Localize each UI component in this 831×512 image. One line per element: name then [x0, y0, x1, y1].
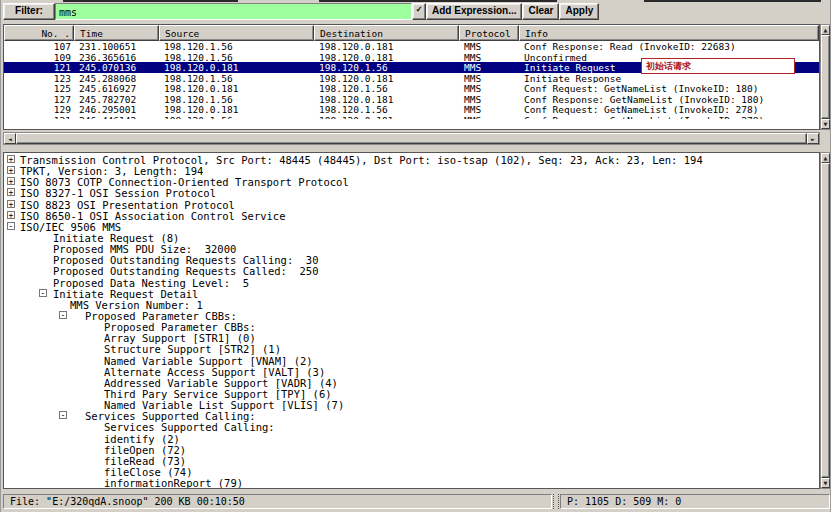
detail-line[interactable]: Third Pary Service Support [TPY] (6)	[4, 388, 819, 399]
packet-list-header: No. .TimeSourceDestinationProtocolInfo	[4, 25, 819, 41]
cell-destination: 198.120.1.56	[314, 62, 459, 73]
cell-no: 131	[4, 115, 74, 120]
status-bar: File: "E:/320qdA.snoop" 200 KB 00:10:50 …	[3, 494, 830, 509]
expand-icon[interactable]: +	[7, 211, 15, 219]
cell-protocol: MMS	[459, 73, 519, 84]
detail-line[interactable]: MMS Version Number: 1	[4, 299, 819, 310]
column-header-no[interactable]: No. .	[4, 25, 74, 41]
clear-button[interactable]: Clear	[522, 3, 559, 20]
detail-line[interactable]: identify (2)	[4, 433, 819, 444]
packet-list-hscrollbar[interactable]: ◄ ►	[3, 132, 820, 145]
detail-line[interactable]: +ISO 8327-1 OSI Session Protocol	[4, 187, 819, 198]
cell-no: 121	[4, 62, 74, 73]
detail-line[interactable]: Addressed Variable Support [VADR] (4)	[4, 377, 819, 388]
cell-time: 245.288068	[74, 73, 159, 84]
cell-destination: 198.120.0.181	[314, 94, 459, 105]
filter-toolbar: Filter: ✓ Add Expression... Clear Apply	[3, 3, 830, 20]
filter-check-icon[interactable]: ✓	[412, 3, 426, 20]
packet-row[interactable]: 107231.100651198.120.1.56198.120.0.181MM…	[4, 41, 819, 52]
detail-line[interactable]: -Initiate Request Detail	[4, 288, 819, 299]
packet-row-partial[interactable]: 131246.446142198.120.1.56198.120.0.181MM…	[4, 115, 819, 120]
cell-no: 123	[4, 73, 74, 84]
cell-protocol: MMS	[459, 104, 519, 115]
packet-row[interactable]: 127245.782702198.120.1.56198.120.0.181MM…	[4, 94, 819, 105]
collapse-icon[interactable]: -	[39, 289, 47, 297]
packet-row[interactable]: 123245.288068198.120.1.56198.120.0.181MM…	[4, 73, 819, 84]
cell-info: Conf Response: Read (InvokeID: 22683)	[519, 41, 819, 52]
detail-line[interactable]: Services Supported Calling:	[4, 421, 819, 432]
detail-line[interactable]: +Transmission Control Protocol, Src Port…	[4, 154, 819, 165]
cell-source: 198.120.0.181	[159, 62, 314, 73]
column-header-time[interactable]: Time	[74, 25, 159, 41]
cell-protocol: MMS	[459, 115, 519, 120]
cell-source: 198.120.1.56	[159, 115, 314, 120]
column-header-source[interactable]: Source	[159, 25, 314, 41]
detail-line[interactable]: Proposed Outstanding Requests Called: 25…	[4, 265, 819, 276]
detail-line[interactable]: fileOpen (72)	[4, 444, 819, 455]
detail-line[interactable]: +ISO 8823 OSI Presentation Protocol	[4, 199, 819, 210]
detail-line[interactable]: informationReport (79)	[4, 477, 819, 488]
scroll-thumb[interactable]	[16, 133, 807, 144]
detail-line[interactable]: Alternate Access Support [VALT] (3)	[4, 366, 819, 377]
expand-icon[interactable]: +	[7, 177, 15, 185]
statusbar-resize-grip[interactable]	[553, 494, 559, 509]
detail-line[interactable]: +ISO 8073 COTP Connection-Oriented Trans…	[4, 176, 819, 187]
scroll-left-icon[interactable]: ◄	[4, 133, 16, 144]
expand-icon[interactable]: +	[7, 200, 15, 208]
cell-source: 198.120.0.181	[159, 104, 314, 115]
packet-list-vscrollbar[interactable]: ▲ ▼	[820, 24, 831, 130]
detail-line[interactable]: -Proposed Parameter CBBs:	[4, 310, 819, 321]
scroll-down-icon[interactable]: ▼	[821, 478, 830, 488]
add-expression-button[interactable]: Add Expression...	[426, 3, 522, 20]
detail-line[interactable]: Proposed Outstanding Requests Calling: 3…	[4, 254, 819, 265]
detail-line[interactable]: Initiate Request (8)	[4, 232, 819, 243]
detail-line[interactable]: Proposed MMS PDU Size: 32000	[4, 243, 819, 254]
filter-button[interactable]: Filter:	[3, 3, 55, 20]
detail-line[interactable]: fileClose (74)	[4, 466, 819, 477]
detail-line[interactable]: Named Variable List Support [VLIS] (7)	[4, 399, 819, 410]
scroll-down-icon[interactable]: ▼	[821, 119, 830, 129]
scroll-right-icon[interactable]: ►	[807, 133, 819, 144]
scroll-thumb[interactable]	[821, 163, 830, 478]
detail-line[interactable]: +TPKT, Version: 3, Length: 194	[4, 165, 819, 176]
detail-vscrollbar[interactable]: ▲ ▼	[820, 152, 831, 489]
column-header-protocol[interactable]: Protocol	[459, 25, 519, 41]
detail-line[interactable]: Array Support [STR1] (0)	[4, 332, 819, 343]
cell-source: 198.120.1.56	[159, 94, 314, 105]
detail-line[interactable]: fileRead (73)	[4, 455, 819, 466]
cell-info: Conf Request: GetNameList (InvokeID: 278…	[519, 104, 819, 115]
scroll-thumb[interactable]	[821, 35, 830, 119]
detail-line[interactable]: Proposed Data Nesting Level: 5	[4, 277, 819, 288]
apply-button[interactable]: Apply	[559, 3, 599, 20]
detail-line[interactable]: Structure Support [STR2] (1)	[4, 343, 819, 354]
packet-row[interactable]: 129246.295001198.120.0.181198.120.1.56MM…	[4, 104, 819, 115]
protocol-detail-pane: +Transmission Control Protocol, Src Port…	[3, 152, 820, 489]
detail-line[interactable]: -Services Supported Calling:	[4, 410, 819, 421]
detail-line[interactable]: Proposed Parameter CBBs:	[4, 321, 819, 332]
expand-icon[interactable]: +	[7, 155, 15, 163]
cell-destination: 198.120.0.181	[314, 41, 459, 52]
packet-row[interactable]: 125245.616927198.120.0.181198.120.1.56MM…	[4, 83, 819, 94]
collapse-icon[interactable]: -	[7, 222, 15, 230]
detail-line[interactable]: Named Variable Support [VNAM] (2)	[4, 355, 819, 366]
detail-line[interactable]: +ISO 8650-1 OSI Association Control Serv…	[4, 210, 819, 221]
packet-list-pane: No. .TimeSourceDestinationProtocolInfo 初…	[3, 24, 820, 130]
collapse-icon[interactable]: -	[59, 311, 67, 319]
cell-no: 107	[4, 41, 74, 52]
column-header-info[interactable]: Info	[519, 25, 819, 41]
scroll-up-icon[interactable]: ▲	[821, 25, 830, 35]
cell-protocol: MMS	[459, 83, 519, 94]
window-edge-artifact	[63, 0, 238, 2]
cell-time: 236.365616	[74, 52, 159, 63]
column-header-destination[interactable]: Destination	[314, 25, 459, 41]
status-file-info: File: "E:/320qdA.snoop" 200 KB 00:10:50	[3, 494, 552, 509]
expand-icon[interactable]: +	[7, 188, 15, 196]
cell-destination: 198.120.0.181	[314, 115, 459, 120]
cell-time: 246.295001	[74, 104, 159, 115]
collapse-icon[interactable]: -	[59, 411, 67, 419]
packet-list-rows: 初始话请求 107231.100651198.120.1.56198.120.0…	[4, 41, 819, 119]
detail-line[interactable]: -ISO/IEC 9506 MMS	[4, 221, 819, 232]
filter-input[interactable]	[55, 3, 412, 20]
expand-icon[interactable]: +	[7, 166, 15, 174]
scroll-up-icon[interactable]: ▲	[821, 153, 830, 163]
